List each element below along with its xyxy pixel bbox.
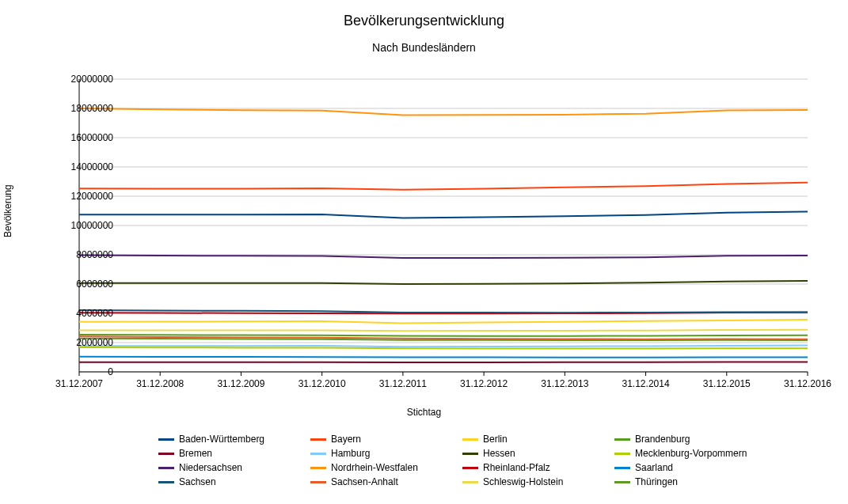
legend-item: Sachsen bbox=[158, 476, 304, 487]
legend-label: Bayern bbox=[331, 434, 361, 445]
legend-swatch bbox=[614, 453, 630, 455]
legend-swatch bbox=[462, 438, 478, 441]
y-tick-label: 16000000 bbox=[50, 132, 113, 143]
series-line bbox=[79, 357, 808, 358]
chart-title: Bevölkerungsentwicklung bbox=[0, 13, 848, 29]
legend-item: Baden-Württemberg bbox=[158, 434, 304, 445]
legend-swatch bbox=[462, 481, 478, 483]
series-line bbox=[79, 211, 808, 218]
legend-swatch bbox=[614, 481, 630, 483]
y-tick-label: 4000000 bbox=[50, 308, 113, 319]
legend-swatch bbox=[158, 467, 174, 469]
legend-item: Hamburg bbox=[310, 448, 456, 459]
plot-svg bbox=[79, 79, 808, 372]
legend-label: Nordrhein-Westfalen bbox=[331, 462, 418, 473]
plot-area bbox=[79, 79, 808, 372]
legend-label: Hamburg bbox=[331, 448, 370, 459]
series-line bbox=[79, 335, 808, 336]
x-tick-label: 31.12.2013 bbox=[541, 378, 588, 389]
legend-swatch bbox=[310, 438, 326, 441]
x-tick-label: 31.12.2008 bbox=[136, 378, 184, 389]
series-line bbox=[79, 330, 808, 331]
series-line bbox=[79, 347, 808, 349]
x-tick-label: 31.12.2015 bbox=[703, 378, 751, 389]
legend-label: Thüringen bbox=[635, 476, 678, 487]
legend-swatch bbox=[310, 467, 326, 469]
x-tick-label: 31.12.2014 bbox=[622, 378, 670, 389]
legend: Baden-WürttembergBayernBerlinBrandenburg… bbox=[158, 434, 760, 487]
x-tick-label: 31.12.2009 bbox=[217, 378, 264, 389]
chart-container: Bevölkerungsentwicklung Nach Bundeslände… bbox=[0, 0, 848, 504]
legend-swatch bbox=[158, 481, 174, 483]
legend-item: Nordrhein-Westfalen bbox=[310, 462, 456, 473]
series-line bbox=[79, 320, 808, 324]
series-line bbox=[79, 108, 808, 115]
legend-item: Sachsen-Anhalt bbox=[310, 476, 456, 487]
y-tick-label: 12000000 bbox=[50, 191, 113, 202]
legend-swatch bbox=[614, 467, 630, 469]
legend-label: Saarland bbox=[635, 462, 673, 473]
x-tick-label: 31.12.2016 bbox=[784, 378, 831, 389]
legend-item: Brandenburg bbox=[614, 434, 760, 445]
legend-swatch bbox=[462, 453, 478, 455]
legend-item: Thüringen bbox=[614, 476, 760, 487]
x-axis-label: Stichtag bbox=[0, 407, 848, 418]
y-tick-label: 14000000 bbox=[50, 161, 113, 172]
y-tick-label: 8000000 bbox=[50, 249, 113, 260]
legend-label: Bremen bbox=[179, 448, 212, 459]
legend-item: Berlin bbox=[462, 434, 608, 445]
legend-item: Rheinland-Pfalz bbox=[462, 462, 608, 473]
legend-label: Niedersachsen bbox=[179, 462, 242, 473]
legend-label: Mecklenburg-Vorpommern bbox=[635, 448, 747, 459]
legend-swatch bbox=[310, 481, 326, 483]
legend-label: Schleswig-Holstein bbox=[483, 476, 563, 487]
series-line bbox=[79, 256, 808, 259]
y-tick-label: 18000000 bbox=[50, 103, 113, 114]
legend-item: Bayern bbox=[310, 434, 456, 445]
legend-label: Rheinland-Pfalz bbox=[483, 462, 550, 473]
series-line bbox=[79, 183, 808, 190]
legend-item: Bremen bbox=[158, 448, 304, 459]
legend-label: Sachsen bbox=[179, 476, 216, 487]
legend-swatch bbox=[158, 453, 174, 455]
x-tick-label: 31.12.2011 bbox=[379, 378, 427, 389]
legend-label: Berlin bbox=[483, 434, 508, 445]
y-axis-label: Bevölkerung bbox=[2, 184, 13, 237]
series-line bbox=[79, 346, 808, 347]
legend-swatch bbox=[158, 438, 174, 441]
chart-subtitle: Nach Bundesländern bbox=[0, 41, 848, 54]
y-tick-label: 2000000 bbox=[50, 337, 113, 348]
x-tick-label: 31.12.2010 bbox=[299, 378, 346, 389]
x-tick-label: 31.12.2012 bbox=[460, 378, 508, 389]
legend-label: Sachsen-Anhalt bbox=[331, 476, 398, 487]
legend-swatch bbox=[310, 453, 326, 455]
legend-item: Schleswig-Holstein bbox=[462, 476, 608, 487]
series-line bbox=[79, 362, 808, 362]
legend-item: Hessen bbox=[462, 448, 608, 459]
y-tick-label: 6000000 bbox=[50, 279, 113, 290]
y-tick-label: 20000000 bbox=[50, 74, 113, 85]
y-tick-label: 10000000 bbox=[50, 220, 113, 231]
legend-item: Mecklenburg-Vorpommern bbox=[614, 448, 760, 459]
legend-label: Hessen bbox=[483, 448, 515, 459]
legend-swatch bbox=[614, 438, 630, 441]
legend-item: Saarland bbox=[614, 462, 760, 473]
legend-item: Niedersachsen bbox=[158, 462, 304, 473]
x-tick-label: 31.12.2007 bbox=[55, 378, 103, 389]
legend-label: Brandenburg bbox=[635, 434, 690, 445]
legend-swatch bbox=[462, 467, 478, 469]
y-tick-label: 0 bbox=[50, 366, 113, 377]
legend-label: Baden-Württemberg bbox=[179, 434, 264, 445]
